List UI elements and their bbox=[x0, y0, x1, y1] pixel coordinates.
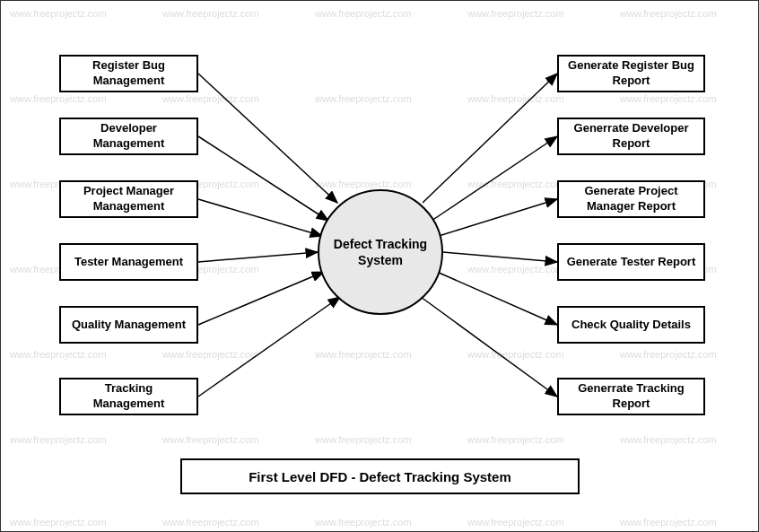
entity-developer-report: Generrate Developer Report bbox=[557, 118, 705, 155]
svg-line-5 bbox=[198, 272, 324, 325]
watermark: www.freeprojectz.com bbox=[10, 8, 107, 19]
entity-register-bug-report: Generate Register Bug Report bbox=[557, 55, 705, 92]
svg-line-7 bbox=[423, 74, 557, 203]
watermark: www.freeprojectz.com bbox=[315, 517, 412, 528]
entity-register-bug-mgmt: Register Bug Management bbox=[59, 55, 198, 92]
svg-line-1 bbox=[198, 74, 337, 203]
watermark: www.freeprojectz.com bbox=[620, 434, 717, 445]
svg-line-9 bbox=[439, 199, 557, 236]
svg-line-4 bbox=[198, 252, 318, 262]
svg-line-2 bbox=[198, 136, 328, 221]
watermark: www.freeprojectz.com bbox=[467, 517, 564, 528]
watermark: www.freeprojectz.com bbox=[10, 93, 107, 104]
watermark: www.freeprojectz.com bbox=[162, 93, 259, 104]
watermark: www.freeprojectz.com bbox=[467, 93, 564, 104]
svg-line-10 bbox=[443, 252, 557, 262]
watermark: www.freeprojectz.com bbox=[162, 434, 259, 445]
entity-tester-report: Generate Tester Report bbox=[557, 243, 705, 281]
watermark: www.freeprojectz.com bbox=[162, 349, 259, 360]
watermark: www.freeprojectz.com bbox=[620, 93, 717, 104]
watermark: www.freeprojectz.com bbox=[620, 517, 717, 528]
watermark: www.freeprojectz.com bbox=[10, 349, 107, 360]
svg-line-6 bbox=[198, 297, 340, 397]
watermark: www.freeprojectz.com bbox=[315, 179, 412, 189]
watermark: www.freeprojectz.com bbox=[162, 8, 259, 19]
watermark: www.freeprojectz.com bbox=[467, 264, 564, 275]
process-defect-tracking-system: Defect Tracking System bbox=[318, 189, 443, 315]
entity-tracking-mgmt: Tracking Management bbox=[59, 378, 198, 415]
entity-tracking-report: Generrate Tracking Report bbox=[557, 378, 705, 415]
entity-tester-mgmt: Tester Management bbox=[59, 243, 198, 281]
svg-line-11 bbox=[437, 272, 557, 325]
svg-line-3 bbox=[198, 199, 322, 236]
diagram-title: First Level DFD - Defect Tracking System bbox=[180, 458, 580, 494]
watermark: www.freeprojectz.com bbox=[620, 349, 717, 360]
entity-project-manager-mgmt: Project Manager Management bbox=[59, 180, 198, 218]
watermark: www.freeprojectz.com bbox=[10, 517, 107, 528]
watermark: www.freeprojectz.com bbox=[467, 8, 564, 19]
watermark: www.freeprojectz.com bbox=[467, 434, 564, 445]
entity-project-manager-report: Generate Project Manager Report bbox=[557, 180, 705, 218]
entity-quality-details: Check Quality Details bbox=[557, 306, 705, 344]
watermark: www.freeprojectz.com bbox=[467, 349, 564, 360]
svg-line-8 bbox=[432, 136, 557, 221]
entity-developer-mgmt: Developer Management bbox=[59, 118, 198, 155]
watermark: www.freeprojectz.com bbox=[10, 434, 107, 445]
entity-quality-mgmt: Quality Management bbox=[59, 306, 198, 344]
watermark: www.freeprojectz.com bbox=[315, 349, 412, 360]
watermark: www.freeprojectz.com bbox=[315, 434, 412, 445]
watermark: www.freeprojectz.com bbox=[620, 8, 717, 19]
watermark: www.freeprojectz.com bbox=[467, 179, 564, 189]
watermark: www.freeprojectz.com bbox=[315, 93, 412, 104]
watermark: www.freeprojectz.com bbox=[315, 8, 412, 19]
diagram-container: www.freeprojectz.com www.freeprojectz.co… bbox=[0, 0, 759, 532]
svg-line-12 bbox=[421, 297, 557, 397]
watermark: www.freeprojectz.com bbox=[162, 517, 259, 528]
